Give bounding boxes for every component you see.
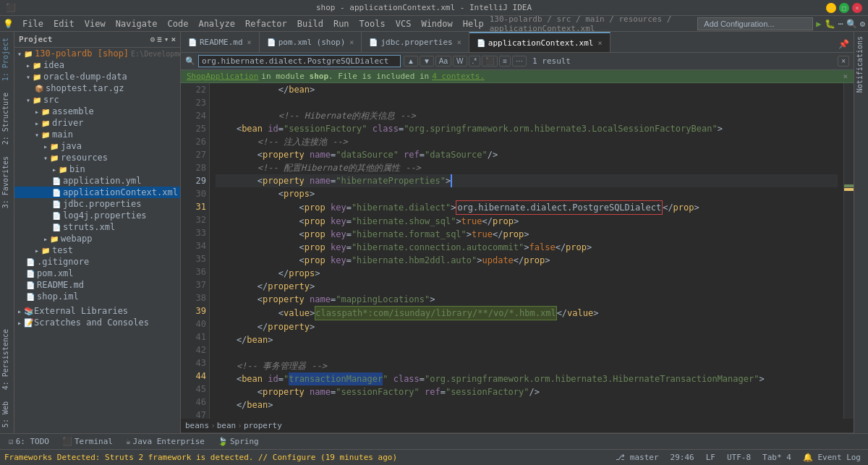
sidebar-settings-icon[interactable]: ⚙ xyxy=(150,35,156,44)
tree-item-src[interactable]: ▾ 📁 src xyxy=(14,94,180,106)
tree-item-test[interactable]: ▸ 📁 test xyxy=(14,244,180,256)
tree-item-gitignore[interactable]: 📄 .gitignore xyxy=(14,256,180,268)
vtab-project[interactable]: 1: Project xyxy=(0,32,14,87)
run-icon[interactable]: ▶ xyxy=(816,19,821,29)
menu-view[interactable]: View xyxy=(80,17,110,30)
tree-item-main[interactable]: ▾ 📁 main xyxy=(14,129,180,140)
line-ending-item[interactable]: LF xyxy=(703,453,718,462)
app-class-link[interactable]: ShopApplication xyxy=(187,72,258,81)
encoding-item[interactable]: UTF-8 xyxy=(724,453,754,462)
vtab-persistence[interactable]: 4: Persistence xyxy=(0,323,14,396)
status-message[interactable]: Frameworks Detected: Struts 2 framework … xyxy=(4,453,607,462)
close-find-button[interactable]: × xyxy=(838,56,849,67)
tree-item-root[interactable]: ▾ 📁 130-polardb [shop] E:\Development\Al… xyxy=(14,48,180,59)
tab-jdbc[interactable]: 📄 jdbc.properties × xyxy=(362,32,469,52)
menu-refactor[interactable]: Refactor xyxy=(241,17,292,30)
more-button[interactable]: ⋯ xyxy=(512,56,527,67)
sidebar-collapse-icon[interactable]: ≡ xyxy=(157,35,162,44)
tree-item-oracle[interactable]: ▾ 📁 oracle-dump-data xyxy=(14,71,180,82)
code-content[interactable]: </bean> <!-- Hibernate的相关信息 --> <bean id… xyxy=(210,83,843,419)
menu-tools[interactable]: Tools xyxy=(355,17,390,30)
tree-item-log4j-properties[interactable]: 📄 log4j.properties xyxy=(14,210,180,221)
tab-pom[interactable]: 📄 pom.xml (shop) × xyxy=(260,32,362,52)
menu-run[interactable]: Run xyxy=(329,17,354,30)
tree-item-webapp[interactable]: ▸ 📁 webapp xyxy=(14,233,180,244)
tree-item-shop-iml[interactable]: 📄 shop.iml xyxy=(14,291,180,302)
tree-item-jdbc-properties[interactable]: 📄 jdbc.properties xyxy=(14,198,180,210)
breadcrumb-item-property[interactable]: property xyxy=(244,421,282,430)
match-word-button[interactable]: W xyxy=(453,56,467,67)
close-button[interactable]: × xyxy=(852,3,862,13)
tree-item-assemble[interactable]: ▸ 📁 assemble xyxy=(14,106,180,117)
debug-icon[interactable]: 🐛 xyxy=(825,19,835,29)
search-input[interactable]: org.hibernate.dialect.PostgreSQLDialect xyxy=(198,55,401,67)
menu-vcs[interactable]: VCS xyxy=(391,17,416,30)
breadcrumb-item-beans[interactable]: beans xyxy=(185,421,209,430)
search-prev-button[interactable]: ▲ xyxy=(404,56,418,67)
code-line-33: <prop key="hibernate.format_sql">true</p… xyxy=(216,228,838,241)
highlight-button[interactable]: ⬛ xyxy=(482,56,498,67)
sidebar-gear-icon[interactable]: ▾ xyxy=(164,35,169,44)
tree-item-struts-xml[interactable]: 📄 struts.xml xyxy=(14,221,180,233)
folder-icon: 📁 xyxy=(41,131,50,139)
tree-item-shoptest[interactable]: 📦 shoptest.tar.gz xyxy=(14,82,180,94)
tree-item-application-yml[interactable]: 📄 application.yml xyxy=(14,175,180,187)
context-count[interactable]: 4 contexts. xyxy=(432,72,485,81)
search-next-button[interactable]: ▼ xyxy=(420,56,434,67)
line-num-39: 39 xyxy=(184,304,206,317)
vtab-structure[interactable]: 2: Structure xyxy=(0,87,14,150)
menu-navigate[interactable]: Navigate xyxy=(111,17,162,30)
bottom-tab-terminal[interactable]: ⬛ Terminal xyxy=(56,435,119,448)
add-config-input[interactable] xyxy=(697,17,813,30)
context-close-icon[interactable]: × xyxy=(843,72,848,81)
vtab-notifications[interactable]: Notifications xyxy=(854,32,868,97)
more-icon[interactable]: ⋯ xyxy=(838,19,843,29)
line-num-29: 29 xyxy=(184,174,206,187)
tree-item-scratches[interactable]: ▸ 📝 Scratches and Consoles xyxy=(14,317,180,328)
tree-arrow-icon: ▸ xyxy=(35,247,39,255)
indent-item[interactable]: Tab* 4 xyxy=(760,453,794,462)
minimize-button[interactable]: − xyxy=(826,3,836,13)
tab-close-icon[interactable]: × xyxy=(349,38,354,46)
tree-item-pom-xml[interactable]: 📄 pom.xml xyxy=(14,268,180,279)
menu-edit[interactable]: Edit xyxy=(49,17,79,30)
menu-window[interactable]: Window xyxy=(417,17,456,30)
bottom-tab-todo[interactable]: ☑ 6: TODO xyxy=(3,435,55,448)
sidebar-close-icon[interactable]: × xyxy=(171,35,176,44)
tree-item-readme[interactable]: 📄 README.md xyxy=(14,279,180,291)
menu-code[interactable]: Code xyxy=(163,17,193,30)
pin-tab-icon[interactable]: 📌 xyxy=(834,36,854,52)
position-item[interactable]: 29:46 xyxy=(668,453,697,462)
tree-item-applicationcontext[interactable]: 📄 applicationContext.xml xyxy=(14,187,180,198)
tab-close-icon[interactable]: × xyxy=(457,38,461,46)
event-log-item[interactable]: 🔔 Event Log xyxy=(800,453,864,462)
bottom-tab-java-enterprise[interactable]: ☕ Java Enterprise xyxy=(120,435,210,448)
editor-tabs-bar: 📄 README.md × 📄 pom.xml (shop) × 📄 jdbc.… xyxy=(181,32,854,53)
settings-icon[interactable]: ⚙ xyxy=(860,19,865,29)
menu-build[interactable]: Build xyxy=(293,17,328,30)
tree-item-resources[interactable]: ▾ 📁 resources xyxy=(14,152,180,163)
bottom-tab-spring[interactable]: 🍃 Spring xyxy=(212,435,265,448)
search-everywhere-icon[interactable]: 🔍 xyxy=(846,19,857,29)
menu-file[interactable]: File xyxy=(18,17,48,30)
tab-close-icon[interactable]: × xyxy=(247,38,252,46)
maximize-button[interactable]: □ xyxy=(839,3,849,13)
vtab-web[interactable]: 5: Web xyxy=(0,396,14,433)
git-branch-item[interactable]: ⎇ master xyxy=(613,453,661,462)
tab-appcontext[interactable]: 📄 applicationContext.xml × xyxy=(469,32,610,52)
tree-item-external-libs[interactable]: ▸ 📚 External Libraries xyxy=(14,305,180,317)
vtab-favorites[interactable]: 3: Favorites xyxy=(0,150,14,214)
tab-close-icon[interactable]: × xyxy=(597,39,602,47)
breadcrumb-item-bean[interactable]: bean xyxy=(217,421,237,430)
tab-readme[interactable]: 📄 README.md × xyxy=(181,32,260,52)
tree-item-bin[interactable]: ▸ 📁 bin xyxy=(14,163,180,175)
match-case-button[interactable]: Aa xyxy=(435,56,451,67)
menu-help[interactable]: Help xyxy=(459,17,488,30)
tree-item-java[interactable]: ▸ 📁 java xyxy=(14,140,180,152)
tree-item-idea[interactable]: ▸ 📁 idea xyxy=(14,59,180,71)
regex-button[interactable]: .* xyxy=(469,56,481,67)
tree-item-driver[interactable]: ▸ 📁 driver xyxy=(14,117,180,129)
menu-analyze[interactable]: Analyze xyxy=(194,17,239,30)
filter-button[interactable]: ≡ xyxy=(499,56,511,67)
folder-icon: 📁 xyxy=(41,119,50,127)
